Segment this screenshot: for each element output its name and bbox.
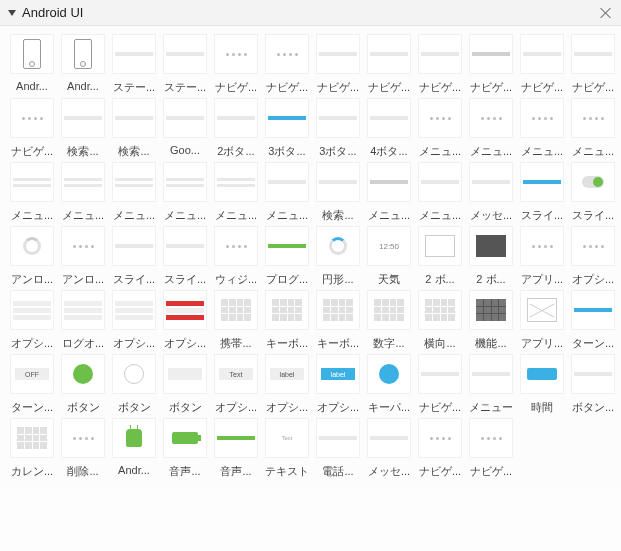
stencil-item[interactable]: メニュ... xyxy=(518,98,566,159)
stencil-item[interactable]: ログオ... xyxy=(59,290,107,351)
stencil-item[interactable]: 3ボタ... xyxy=(263,98,311,159)
stencil-item[interactable]: アンロ... xyxy=(8,226,56,287)
stencil-item[interactable]: スライ... xyxy=(518,162,566,223)
stencil-item[interactable]: オプシ... xyxy=(8,290,56,351)
stencil-item[interactable]: ナビゲ... xyxy=(467,34,515,95)
stencil-item[interactable]: ナビゲ... xyxy=(467,418,515,479)
stencil-item[interactable]: メッセ... xyxy=(467,162,515,223)
stencil-item[interactable]: ステー... xyxy=(110,34,158,95)
panel-header[interactable]: Android UI xyxy=(0,0,621,26)
stencil-item[interactable]: ナビゲ... xyxy=(569,34,617,95)
stencil-item[interactable]: キーボ... xyxy=(263,290,311,351)
stencil-item[interactable]: 4ボタ... xyxy=(365,98,413,159)
stencil-item[interactable]: 削除... xyxy=(59,418,107,479)
stencil-item[interactable]: スライ... xyxy=(110,226,158,287)
stencil-item[interactable]: ナビゲ... xyxy=(263,34,311,95)
stencil-item[interactable]: 3ボタ... xyxy=(314,98,362,159)
stencil-item[interactable]: 機能... xyxy=(467,290,515,351)
stencil-item[interactable]: Goo... xyxy=(161,98,209,159)
stencil-item[interactable]: ステー... xyxy=(161,34,209,95)
stencil-item[interactable]: ナビゲ... xyxy=(314,34,362,95)
stencil-item[interactable]: ナビゲ... xyxy=(212,34,260,95)
stencil-item[interactable]: ボタン xyxy=(161,354,209,415)
stencil-label: ナビゲ... xyxy=(518,80,566,95)
stencil-item[interactable]: メニュ... xyxy=(110,162,158,223)
stencil-label: 2ボタ... xyxy=(212,144,260,159)
stencil-item[interactable]: アプリ... xyxy=(518,226,566,287)
close-icon[interactable] xyxy=(599,6,613,20)
stencil-item[interactable]: ボタン xyxy=(110,354,158,415)
stencil-thumb xyxy=(214,34,258,74)
stencil-label: ボタン xyxy=(110,400,158,415)
stencil-item[interactable]: ウィジ... xyxy=(212,226,260,287)
stencil-item[interactable]: オプシ... xyxy=(110,290,158,351)
stencil-thumb xyxy=(469,354,513,394)
stencil-item[interactable]: 携帯... xyxy=(212,290,260,351)
stencil-label: 検索... xyxy=(59,144,107,159)
stencil-item[interactable]: メニュ... xyxy=(8,162,56,223)
stencil-item[interactable]: 2 ボ... xyxy=(416,226,464,287)
stencil-item[interactable]: ナビゲ... xyxy=(365,34,413,95)
stencil-item[interactable]: メニュ... xyxy=(161,162,209,223)
stencil-item[interactable]: OFFターン... xyxy=(8,354,56,415)
stencil-thumb: 12:50 xyxy=(367,226,411,266)
stencil-item[interactable]: アプリ... xyxy=(518,290,566,351)
stencil-item[interactable]: ターン... xyxy=(569,290,617,351)
stencil-item[interactable]: 検索... xyxy=(110,98,158,159)
stencil-item[interactable]: 横向... xyxy=(416,290,464,351)
stencil-item[interactable]: アンロ... xyxy=(59,226,107,287)
stencil-item[interactable]: メニュー xyxy=(467,354,515,415)
stencil-label: アプリ... xyxy=(518,272,566,287)
stencil-item[interactable]: ナビゲ... xyxy=(416,354,464,415)
stencil-item[interactable]: メニュ... xyxy=(212,162,260,223)
stencil-item[interactable]: labelオプシ... xyxy=(314,354,362,415)
stencil-item[interactable]: ナビゲ... xyxy=(518,34,566,95)
stencil-item[interactable]: メッセ... xyxy=(365,418,413,479)
stencil-label: ナビゲ... xyxy=(263,80,311,95)
stencil-item[interactable]: 円形... xyxy=(314,226,362,287)
stencil-item[interactable]: スライ... xyxy=(161,226,209,287)
stencil-item[interactable]: Textテキスト xyxy=(263,418,311,479)
stencil-item[interactable]: プログ... xyxy=(263,226,311,287)
stencil-item[interactable]: キーパ... xyxy=(365,354,413,415)
stencil-item[interactable]: メニュ... xyxy=(467,98,515,159)
stencil-item[interactable]: ナビゲ... xyxy=(416,418,464,479)
stencil-thumb xyxy=(112,162,156,202)
stencil-item[interactable]: 検索... xyxy=(59,98,107,159)
stencil-label: オプシ... xyxy=(263,400,311,415)
stencil-item[interactable]: ボタン xyxy=(59,354,107,415)
stencil-item[interactable]: キーボ... xyxy=(314,290,362,351)
stencil-item[interactable]: 検索... xyxy=(314,162,362,223)
stencil-item[interactable]: 数字... xyxy=(365,290,413,351)
stencil-item[interactable]: オプシ... xyxy=(161,290,209,351)
stencil-item[interactable]: 音声... xyxy=(212,418,260,479)
stencil-item[interactable]: labelオプシ... xyxy=(263,354,311,415)
stencil-item[interactable]: メニュ... xyxy=(416,162,464,223)
stencil-item[interactable]: メニュ... xyxy=(569,98,617,159)
stencil-thumb xyxy=(418,98,462,138)
stencil-item[interactable]: メニュ... xyxy=(59,162,107,223)
stencil-item[interactable]: ナビゲ... xyxy=(416,34,464,95)
stencil-item[interactable]: Andr... xyxy=(59,34,107,95)
stencil-grid: Andr...Andr...ステー...ステー...ナビゲ...ナビゲ...ナビ… xyxy=(0,26,621,487)
stencil-item[interactable]: メニュ... xyxy=(416,98,464,159)
stencil-item[interactable]: ナビゲ... xyxy=(8,98,56,159)
stencil-item[interactable]: Andr... xyxy=(8,34,56,95)
stencil-label: オプシ... xyxy=(212,400,260,415)
collapse-triangle-icon[interactable] xyxy=(8,10,16,16)
stencil-item[interactable]: Andr... xyxy=(110,418,158,479)
stencil-item[interactable]: メニュ... xyxy=(263,162,311,223)
stencil-item[interactable]: オプシ... xyxy=(569,226,617,287)
stencil-item[interactable]: 音声... xyxy=(161,418,209,479)
stencil-item[interactable]: Textオプシ... xyxy=(212,354,260,415)
stencil-item[interactable]: メニュ... xyxy=(365,162,413,223)
stencil-item[interactable]: カレン... xyxy=(8,418,56,479)
stencil-item[interactable]: 12:50天気 xyxy=(365,226,413,287)
stencil-item[interactable]: 2 ボ... xyxy=(467,226,515,287)
stencil-item[interactable]: スライ... xyxy=(569,162,617,223)
stencil-thumb xyxy=(469,290,513,330)
stencil-item[interactable]: 2ボタ... xyxy=(212,98,260,159)
stencil-item[interactable]: 電話... xyxy=(314,418,362,479)
stencil-item[interactable]: 時間 xyxy=(518,354,566,415)
stencil-item[interactable]: ボタン... xyxy=(569,354,617,415)
